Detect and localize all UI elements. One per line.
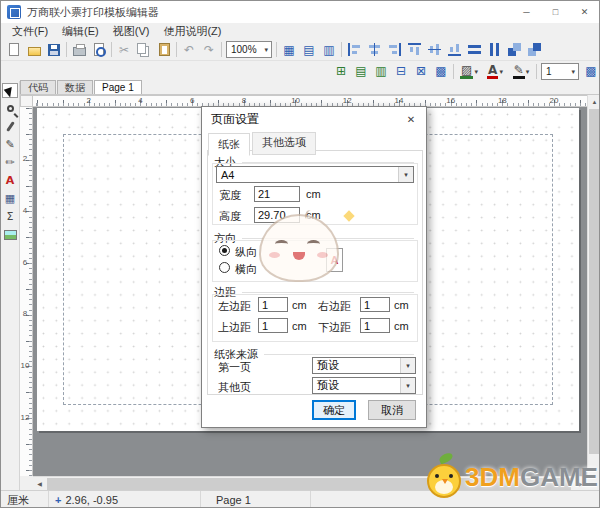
scroll-left-icon[interactable]: ◀ xyxy=(33,477,46,490)
border-style-button[interactable]: ▩ xyxy=(581,62,600,81)
guides-icon: ▥ xyxy=(323,44,334,56)
ruler-number: 4 xyxy=(115,96,167,106)
other-pages-combobox[interactable]: 预设 ▾ xyxy=(312,377,416,394)
insert-table-button[interactable]: ⊞ xyxy=(331,62,351,81)
merge-cells-button[interactable]: ▩ xyxy=(431,62,451,81)
insert-row-icon: ▤ xyxy=(355,65,366,77)
portrait-radio[interactable] xyxy=(219,245,230,256)
delete-row-button[interactable]: ⊟ xyxy=(391,62,411,81)
bottom-margin-input[interactable] xyxy=(360,318,390,333)
paper-size-combobox[interactable]: A4 ▾ xyxy=(216,166,414,183)
table-tool[interactable]: ▦ xyxy=(2,191,18,206)
dropdown-icon: ▾ xyxy=(404,171,408,178)
align-top-button[interactable] xyxy=(404,40,424,59)
first-page-combobox[interactable]: 预设 ▾ xyxy=(312,357,416,374)
open-button[interactable] xyxy=(24,40,44,59)
vertical-scrollbar[interactable]: ▲ ▼ xyxy=(587,95,600,476)
cut-button[interactable]: ✂ xyxy=(114,40,134,59)
insert-column-button[interactable]: ▥ xyxy=(371,62,391,81)
snap-grid-button[interactable]: ▤ xyxy=(299,40,319,59)
align-bottom-icon xyxy=(448,43,461,56)
text-tool[interactable]: A xyxy=(2,173,18,188)
image-tool[interactable] xyxy=(2,227,18,242)
pointer-icon xyxy=(4,84,17,97)
show-grid-button[interactable]: ▦ xyxy=(279,40,299,59)
copy-button[interactable] xyxy=(134,40,154,59)
portrait-label: 纵向 xyxy=(235,245,257,260)
font-color-button[interactable]: A ▾ xyxy=(482,62,508,81)
send-to-back-button[interactable] xyxy=(524,40,544,59)
zoom-tool[interactable] xyxy=(2,101,18,116)
scroll-up-icon[interactable]: ▲ xyxy=(588,95,600,108)
top-margin-input[interactable] xyxy=(258,318,288,333)
print-icon xyxy=(73,47,86,56)
close-button[interactable]: ✕ xyxy=(570,1,599,23)
open-folder-icon xyxy=(28,47,41,56)
align-middle-button[interactable] xyxy=(424,40,444,59)
scroll-down-icon[interactable]: ▼ xyxy=(588,463,600,476)
tab-other-options[interactable]: 其他选项 xyxy=(252,132,316,155)
dropdown-icon: ▾ xyxy=(474,68,478,75)
horizontal-scroll-thumb[interactable] xyxy=(47,478,571,490)
same-height-button[interactable] xyxy=(484,40,504,59)
tab-data[interactable]: 数据 xyxy=(57,80,93,94)
maximize-button[interactable]: □ xyxy=(541,1,570,23)
paper-a-glyph: A xyxy=(331,254,339,266)
minimize-button[interactable]: ─ xyxy=(512,1,541,23)
toolbar-separator xyxy=(341,42,342,57)
delete-cells-button[interactable]: ⊠ xyxy=(411,62,431,81)
brush-tool[interactable]: ✏ xyxy=(2,155,18,170)
menu-file[interactable]: 文件(F) xyxy=(5,23,55,39)
scroll-right-icon[interactable]: ▶ xyxy=(574,477,587,490)
format-toolbar: ⊞ ▤ ▥ ⊟ ⊠ ▩ ▨ ▾ A ▾ ✎ ▾ 1 ▾ ▩ xyxy=(1,61,599,81)
menu-view[interactable]: 视图(V) xyxy=(106,23,157,39)
ok-button[interactable]: 确定 xyxy=(312,400,356,420)
menu-edit[interactable]: 编辑(E) xyxy=(55,23,106,39)
dialog-close-button[interactable]: ✕ xyxy=(396,107,426,131)
insert-row-button[interactable]: ▤ xyxy=(351,62,371,81)
select-tool[interactable] xyxy=(2,83,18,98)
insert-table-icon: ⊞ xyxy=(336,65,346,77)
save-button[interactable] xyxy=(44,40,64,59)
paper-size-dropdown[interactable]: ▾ xyxy=(398,167,413,182)
preview-button[interactable] xyxy=(89,40,109,59)
width-input[interactable] xyxy=(254,186,300,202)
tab-page1[interactable]: Page 1 xyxy=(94,80,142,94)
ruler-corner xyxy=(20,95,33,107)
tab-code[interactable]: 代码 xyxy=(20,80,56,94)
redo-button[interactable]: ↷ xyxy=(199,40,219,59)
align-left-button[interactable] xyxy=(344,40,364,59)
align-left-icon xyxy=(348,43,361,56)
cancel-button[interactable]: 取消 xyxy=(368,400,416,420)
other-pages-dropdown[interactable]: ▾ xyxy=(400,378,415,393)
line-width-combobox[interactable]: 1 ▾ xyxy=(541,63,579,80)
landscape-radio[interactable] xyxy=(219,262,230,273)
tab-paper[interactable]: 纸张 xyxy=(208,133,250,156)
new-button[interactable] xyxy=(4,40,24,59)
vertical-scroll-thumb[interactable] xyxy=(589,109,600,454)
same-width-button[interactable] xyxy=(464,40,484,59)
fill-color-button[interactable]: ▨ ▾ xyxy=(456,62,482,81)
ruler-number: 8 xyxy=(218,96,270,106)
menu-help[interactable]: 使用说明(Z) xyxy=(156,23,228,39)
ruler-number: 2 xyxy=(63,96,115,106)
zoom-combobox[interactable]: 100% ▾ xyxy=(226,41,272,58)
align-right-button[interactable] xyxy=(384,40,404,59)
formula-tool[interactable]: Σ xyxy=(2,209,18,224)
align-center-button[interactable] xyxy=(364,40,384,59)
horizontal-scrollbar[interactable]: ◀ ▶ xyxy=(33,476,587,490)
first-page-dropdown[interactable]: ▾ xyxy=(400,358,415,373)
toolbar-separator xyxy=(111,42,112,57)
undo-button[interactable]: ↶ xyxy=(179,40,199,59)
pencil-tool[interactable]: ✎ xyxy=(2,137,18,152)
print-button[interactable] xyxy=(69,40,89,59)
guides-button[interactable]: ▥ xyxy=(319,40,339,59)
bring-to-front-button[interactable] xyxy=(504,40,524,59)
right-margin-input[interactable] xyxy=(360,297,390,312)
height-input[interactable] xyxy=(254,207,300,223)
paste-button[interactable] xyxy=(154,40,174,59)
left-margin-input[interactable] xyxy=(258,297,288,312)
align-bottom-button[interactable] xyxy=(444,40,464,59)
line-color-button[interactable]: ✎ ▾ xyxy=(508,62,534,81)
eyedropper-tool[interactable] xyxy=(2,119,18,134)
